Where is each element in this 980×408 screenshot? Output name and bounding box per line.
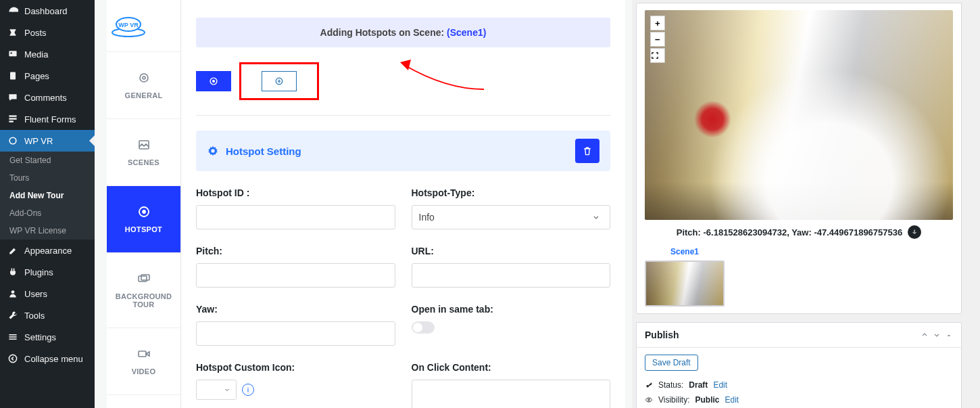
open-same-tab-toggle[interactable] bbox=[412, 321, 435, 334]
wp-admin-sidebar: Dashboard Posts Media Pages Comments Flu… bbox=[0, 0, 95, 408]
publish-box: Publish Save Draft Status: Draft Edit Vi… bbox=[636, 322, 962, 408]
delete-hotspot-button[interactable] bbox=[575, 139, 599, 163]
sidebar-item-plugins[interactable]: Plugins bbox=[0, 261, 95, 283]
comment-icon bbox=[7, 92, 19, 103]
sidebar-label-fluentforms: Fluent Forms bbox=[24, 114, 76, 124]
vtab-video-label: VIDEO bbox=[107, 367, 180, 376]
media-icon bbox=[7, 49, 19, 60]
scene-thumb-1[interactable]: Scene1 bbox=[645, 247, 725, 307]
status-edit-link[interactable]: Edit bbox=[713, 380, 727, 390]
submenu-add-new-tour[interactable]: Add New Tour bbox=[0, 187, 95, 204]
vtab-scenes[interactable]: SCENES bbox=[107, 119, 180, 186]
vtab-hotspot-label: HOTSPOT bbox=[107, 225, 180, 233]
svg-text:WP VR: WP VR bbox=[118, 22, 139, 28]
hotspot-tab-active[interactable] bbox=[196, 71, 231, 91]
hotspot-type-select[interactable]: Info bbox=[412, 205, 611, 229]
url-input[interactable] bbox=[412, 263, 611, 288]
svg-point-17 bbox=[143, 76, 145, 79]
notice-scene-link[interactable]: (Scene1) bbox=[447, 27, 486, 38]
caret-down-icon bbox=[224, 386, 230, 393]
vtab-general[interactable]: GENERAL bbox=[107, 52, 180, 119]
submenu-license[interactable]: WP VR License bbox=[0, 222, 95, 240]
sidebar-item-pages[interactable]: Pages bbox=[0, 65, 95, 87]
submenu-get-started[interactable]: Get Started bbox=[0, 152, 95, 169]
pitch-input[interactable] bbox=[196, 263, 395, 288]
svg-point-12 bbox=[9, 355, 16, 362]
sidebar-label-users: Users bbox=[24, 289, 47, 299]
visibility-edit-link[interactable]: Edit bbox=[725, 395, 739, 405]
svg-point-20 bbox=[143, 210, 145, 213]
sidebar-label-posts: Posts bbox=[24, 28, 47, 38]
right-sidebar: + − Pitch: -6.181528623094732, Yaw: -47.… bbox=[632, 0, 969, 408]
vr-icon bbox=[7, 135, 19, 146]
chevron-up-icon[interactable] bbox=[921, 331, 929, 339]
sidebar-item-dashboard[interactable]: Dashboard bbox=[0, 0, 95, 22]
divider bbox=[196, 115, 610, 116]
sidebar-item-comments[interactable]: Comments bbox=[0, 87, 95, 108]
sidebar-item-tools[interactable]: Tools bbox=[0, 304, 95, 326]
wrench-icon bbox=[7, 310, 19, 321]
vtab-video[interactable]: VIDEO bbox=[107, 328, 180, 395]
sidebar-item-wpvr[interactable]: WP VR bbox=[0, 130, 95, 152]
zoom-in-button[interactable]: + bbox=[650, 16, 665, 30]
custom-icon-label: Hotspot Custom Icon: bbox=[196, 362, 395, 373]
zoom-out-button[interactable]: − bbox=[650, 32, 665, 47]
hotspot-id-input[interactable] bbox=[196, 205, 395, 229]
info-icon[interactable]: i bbox=[242, 384, 254, 396]
svg-rect-3 bbox=[10, 72, 16, 79]
trash-icon bbox=[582, 145, 593, 156]
yaw-readout-value: -47.449671896757536 bbox=[814, 227, 902, 237]
scene-notice: Adding Hotspots on Scene: (Scene1) bbox=[196, 18, 610, 47]
sidebar-item-posts[interactable]: Posts bbox=[0, 22, 95, 43]
vert-tabs: WP VR GENERAL SCENES HOTSPOT BACKGROUND … bbox=[107, 0, 181, 408]
url-label: URL: bbox=[412, 246, 611, 256]
sliders-icon bbox=[7, 332, 19, 342]
hotspot-tab-row bbox=[196, 62, 610, 100]
sidebar-item-appearance[interactable]: Appearance bbox=[0, 240, 95, 261]
sidebar-item-settings[interactable]: Settings bbox=[0, 326, 95, 348]
eye-icon bbox=[645, 396, 653, 404]
zoom-controls: + − bbox=[650, 16, 665, 63]
on-click-textarea[interactable] bbox=[412, 380, 611, 408]
save-draft-button[interactable]: Save Draft bbox=[645, 355, 698, 371]
sidebar-item-users[interactable]: Users bbox=[0, 283, 95, 304]
submenu-tours[interactable]: Tours bbox=[0, 169, 95, 187]
arrow-down-icon bbox=[911, 229, 918, 235]
vtab-bgtour-label: BACKGROUND TOUR bbox=[107, 292, 180, 309]
yaw-input[interactable] bbox=[196, 321, 395, 346]
dashboard-icon bbox=[7, 5, 19, 16]
annotation-arrow bbox=[399, 55, 487, 96]
annotation-highlight bbox=[239, 62, 319, 100]
sidebar-item-fluentforms[interactable]: Fluent Forms bbox=[0, 108, 95, 130]
svg-rect-6 bbox=[9, 120, 13, 122]
svg-point-7 bbox=[9, 137, 16, 144]
user-icon bbox=[7, 288, 19, 299]
sidebar-label-media: Media bbox=[24, 49, 48, 60]
fullscreen-icon bbox=[651, 51, 664, 60]
sidebar-item-collapse[interactable]: Collapse menu bbox=[0, 348, 95, 369]
sidebar-submenu: Get Started Tours Add New Tour Add-Ons W… bbox=[0, 152, 95, 240]
vtab-bgtour[interactable]: BACKGROUND TOUR bbox=[107, 253, 180, 328]
svg-point-8 bbox=[11, 290, 15, 294]
fullscreen-button[interactable] bbox=[650, 48, 665, 63]
apply-pitch-yaw-button[interactable] bbox=[908, 225, 921, 239]
visibility-value: Public bbox=[695, 395, 719, 405]
vr-preview[interactable]: + − bbox=[645, 10, 953, 220]
svg-rect-10 bbox=[9, 336, 16, 338]
chevron-down-icon[interactable] bbox=[933, 331, 941, 339]
sidebar-label-pages: Pages bbox=[24, 71, 49, 81]
sidebar-label-plugins: Plugins bbox=[24, 267, 53, 277]
hotspot-setting-title: Hotspot Setting bbox=[226, 145, 301, 157]
add-hotspot-button[interactable] bbox=[262, 71, 297, 91]
visibility-line: Visibility: Public Edit bbox=[645, 392, 953, 407]
submenu-addons[interactable]: Add-Ons bbox=[0, 204, 95, 222]
status-value: Draft bbox=[689, 380, 708, 390]
sidebar-item-media[interactable]: Media bbox=[0, 43, 95, 65]
caret-up-icon[interactable] bbox=[945, 331, 953, 339]
scene-thumb-image bbox=[645, 260, 725, 307]
custom-icon-picker[interactable] bbox=[196, 380, 237, 400]
vtab-hotspot[interactable]: HOTSPOT bbox=[107, 186, 180, 253]
preview-box: + − Pitch: -6.181528623094732, Yaw: -47.… bbox=[636, 3, 962, 314]
status-label: Status: bbox=[658, 380, 683, 390]
wpvr-logo: WP VR bbox=[107, 0, 180, 52]
